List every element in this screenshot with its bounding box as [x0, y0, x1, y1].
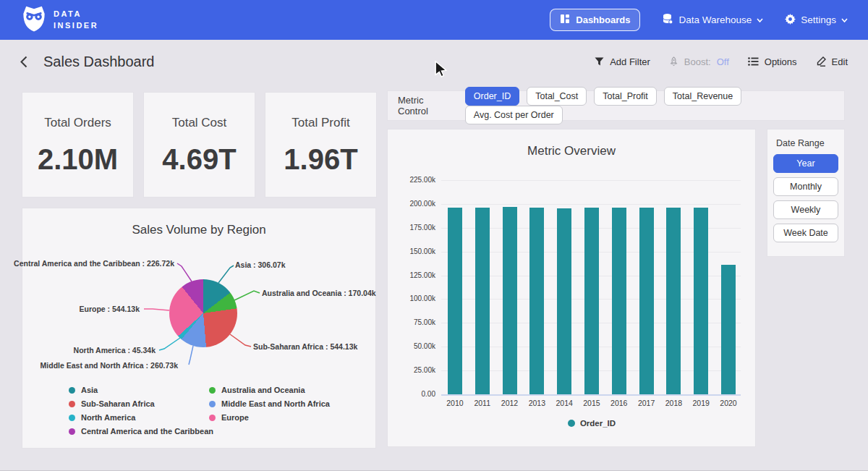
bar-cell	[715, 180, 742, 394]
list-icon	[748, 57, 759, 66]
bar-cell	[496, 180, 524, 394]
kpi-card-total-profit: Total Profit 1.96T	[265, 92, 377, 198]
gear-icon	[785, 14, 796, 27]
gridline	[441, 394, 741, 396]
x-axis-label: 2012	[496, 399, 524, 407]
bar-chart-title: Metric Overview	[388, 144, 755, 158]
x-axis-label: 2014	[550, 399, 578, 407]
bar-cell	[441, 180, 469, 394]
y-axis-tick: 225.00k	[388, 176, 435, 184]
y-axis-tick: 150.00k	[388, 247, 435, 255]
database-icon	[662, 13, 673, 27]
date-range-weekly[interactable]: Weekly	[773, 200, 838, 219]
chevron-down-icon	[757, 18, 763, 22]
legend-label: Europe	[221, 413, 249, 422]
date-range-year[interactable]: Year	[773, 154, 838, 173]
back-button[interactable]	[20, 56, 27, 68]
pencil-icon	[816, 56, 826, 67]
bar-2013[interactable]	[529, 208, 544, 394]
bar-2019[interactable]	[694, 208, 708, 394]
owl-logo-icon	[22, 6, 46, 35]
nav-data-warehouse-menu[interactable]: Data Warehouse	[662, 13, 763, 27]
pie-legend-item[interactable]: North America	[69, 413, 213, 422]
bar-2014[interactable]	[557, 208, 571, 394]
y-axis-tick: 25.00k	[388, 366, 435, 374]
legend-label: Middle East and North Africa	[221, 399, 330, 408]
kpi-label: Total Cost	[144, 116, 255, 130]
boost-toggle[interactable]: Boost: Off	[669, 56, 729, 67]
bar-2018[interactable]	[666, 208, 681, 394]
pie-chart[interactable]	[169, 279, 237, 347]
brand-logo[interactable]: DATA INSIDER	[22, 6, 98, 35]
nav-settings-label: Settings	[801, 14, 836, 25]
y-axis-tick: 0.00	[388, 390, 435, 398]
pie-label-middle-east-north-africa: Middle East and North Africa : 260.73k	[41, 361, 178, 370]
x-axis-label: 2020	[715, 399, 742, 407]
edit-button[interactable]: Edit	[816, 56, 848, 67]
pie-legend-item[interactable]: Australia and Oceania	[209, 386, 330, 394]
bar-2010[interactable]	[448, 208, 462, 394]
date-range-panel: Date Range YearMonthlyWeeklyWeek Date	[767, 129, 845, 257]
legend-dot	[209, 401, 216, 407]
page-header: Sales Dashboard Add Filter Boost: Off Op…	[0, 40, 868, 83]
x-axis-label: 2016	[605, 399, 633, 407]
bar-2012[interactable]	[503, 207, 517, 394]
x-axis-label: 2013	[523, 399, 550, 407]
nav-dashboards-button[interactable]: Dashboards	[550, 9, 640, 31]
metric-button-total-revenue[interactable]: Total_Revenue	[664, 87, 741, 106]
metric-button-total-profit[interactable]: Total_Profit	[594, 87, 657, 106]
bar-cell	[578, 180, 605, 394]
kpi-value: 2.10M	[22, 143, 133, 176]
kpi-card-total-cost: Total Cost 4.69T	[143, 92, 255, 198]
metric-control-bar: Metric Control Order_IDTotal_CostTotal_P…	[387, 90, 845, 121]
legend-dot	[209, 415, 216, 421]
pie-label-central-america: Central America and the Caribbean : 226.…	[14, 259, 174, 268]
metric-button-total-cost[interactable]: Total_Cost	[527, 87, 587, 106]
app-window: DATA INSIDER Dashboards	[0, 0, 868, 471]
bars-group	[441, 180, 742, 394]
pie-label-europe: Europe : 544.13k	[80, 305, 140, 313]
legend-dot	[69, 415, 75, 421]
sales-volume-card: Sales Volume by Region Central America a…	[22, 208, 376, 449]
y-axis-tick: 50.00k	[388, 342, 435, 350]
options-button[interactable]: Options	[748, 56, 797, 67]
metric-overview-chart-card: Metric Overview 225.00k200.00k175.00k150…	[387, 129, 756, 447]
kpi-value: 4.69T	[144, 143, 255, 176]
date-range-week-date[interactable]: Week Date	[773, 224, 838, 242]
pie-label-asia: Asia : 306.07k	[235, 260, 285, 269]
bar-2017[interactable]	[639, 208, 654, 394]
add-filter-button[interactable]: Add Filter	[595, 56, 650, 67]
pie-legend-item[interactable]: Europe	[209, 413, 330, 422]
pie-legend-item[interactable]: Sub-Saharan Africa	[69, 399, 213, 408]
bar-legend-item[interactable]: Order_ID	[568, 419, 616, 428]
date-range-label: Date Range	[776, 138, 838, 148]
bar-2020[interactable]	[721, 265, 736, 394]
legend-dot	[69, 401, 75, 407]
x-axis-label: 2015	[578, 399, 605, 407]
pie-label-sub-saharan-africa: Sub-Saharan Africa : 544.13k	[253, 342, 357, 351]
bar-2015[interactable]	[584, 208, 599, 394]
legend-dot	[69, 428, 75, 435]
chevron-down-icon	[841, 18, 848, 22]
date-range-monthly[interactable]: Monthly	[773, 177, 838, 196]
kpi-card-total-orders: Total Orders 2.10M	[22, 92, 134, 198]
metric-button-order-id[interactable]: Order_ID	[465, 87, 519, 106]
pie-label-australia-oceania: Australia and Oceania : 170.04k	[262, 289, 376, 297]
legend-label: Sub-Saharan Africa	[81, 399, 155, 408]
legend-label: Order_ID	[580, 419, 616, 428]
bar-cell	[633, 180, 660, 394]
x-axis-label: 2011	[469, 399, 496, 407]
y-axis-tick: 100.00k	[388, 294, 435, 302]
bar-cell	[523, 180, 550, 394]
nav-settings-menu[interactable]: Settings	[785, 14, 848, 27]
bar-2011[interactable]	[475, 208, 490, 394]
bar-2016[interactable]	[612, 208, 626, 394]
pie-chart-title: Sales Volume by Region	[22, 223, 375, 237]
bar-cell	[469, 180, 496, 394]
bar-cell	[687, 180, 715, 394]
pie-legend-item[interactable]: Central America and the Caribbean	[69, 427, 213, 436]
metric-button-avg-cost-per-order[interactable]: Avg. Cost per Order	[465, 106, 563, 124]
pie-legend-item[interactable]: Middle East and North Africa	[209, 399, 330, 408]
top-navbar: DATA INSIDER Dashboards	[0, 0, 868, 40]
pie-legend-item[interactable]: Asia	[69, 386, 213, 394]
